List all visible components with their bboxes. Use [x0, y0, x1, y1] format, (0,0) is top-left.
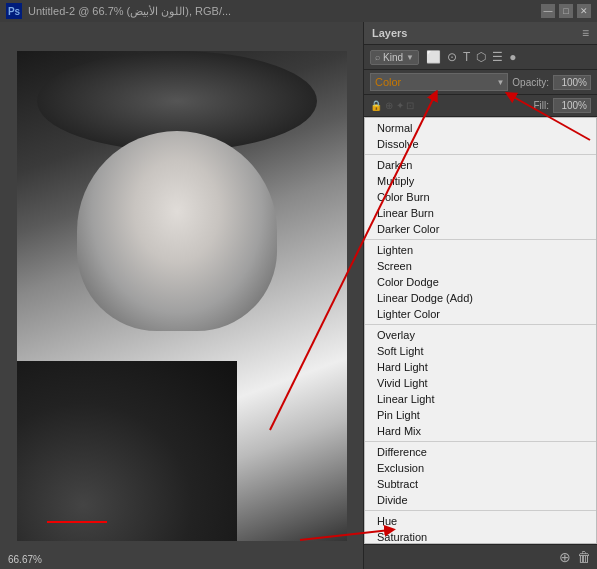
dropdown-group-darken: Darken Multiply Color Burn Linear Burn D…	[365, 155, 596, 240]
blend-opacity-row: Color ▼ Opacity:	[364, 70, 597, 95]
toolbar-icons: ⬜ ⊙ T ⬡ ☰ ●	[425, 49, 518, 65]
layers-panel: Layers ≡ ⌕ Kind ▼ ⬜ ⊙ T ⬡ ☰ ● Color	[363, 22, 597, 569]
fill-row: 🔒 ⊕ ✦ ⊡ Fill:	[364, 95, 597, 117]
dropdown-group-overlay: Overlay Soft Light Hard Light Vivid Ligh…	[365, 325, 596, 442]
add-layer-icon[interactable]: ⊕	[559, 549, 571, 565]
blend-item-lighten[interactable]: Lighten	[365, 242, 596, 258]
fill-input[interactable]	[553, 98, 591, 113]
filter-type-icon[interactable]: T	[462, 49, 471, 65]
fill-label: Fill:	[533, 100, 549, 111]
blend-item-linear-burn[interactable]: Linear Burn	[365, 205, 596, 221]
ps-icon: Ps	[6, 3, 22, 19]
portrait-face	[77, 131, 277, 331]
maximize-button[interactable]: □	[559, 4, 573, 18]
layers-title: Layers	[372, 27, 407, 39]
blend-item-soft-light[interactable]: Soft Light	[365, 343, 596, 359]
blend-item-hard-light[interactable]: Hard Light	[365, 359, 596, 375]
delete-layer-icon[interactable]: 🗑	[577, 549, 591, 565]
blend-item-darker-color[interactable]: Darker Color	[365, 221, 596, 237]
window-title: Untitled-2 @ 66.7% (اللون الأبيض), RGB/.…	[28, 5, 541, 18]
opacity-row: Opacity:	[512, 75, 591, 90]
blend-item-hard-mix[interactable]: Hard Mix	[365, 423, 596, 439]
title-bar: Ps Untitled-2 @ 66.7% (اللون الأبيض), RG…	[0, 0, 597, 22]
layers-toolbar: ⌕ Kind ▼ ⬜ ⊙ T ⬡ ☰ ●	[364, 45, 597, 70]
opacity-input[interactable]	[553, 75, 591, 90]
blend-item-lighter-color[interactable]: Lighter Color	[365, 306, 596, 322]
blend-item-vivid-light[interactable]: Vivid Light	[365, 375, 596, 391]
close-button[interactable]: ✕	[577, 4, 591, 18]
dropdown-group-normal: Normal Dissolve	[365, 118, 596, 155]
search-icon: ⌕	[375, 52, 380, 62]
filter-pixel-icon[interactable]: ⬜	[425, 49, 442, 65]
minimize-button[interactable]: —	[541, 4, 555, 18]
canvas-area: 66.67%	[0, 22, 363, 569]
blend-item-hue[interactable]: Hue	[365, 513, 596, 529]
blend-item-difference[interactable]: Difference	[365, 444, 596, 460]
blend-item-multiply[interactable]: Multiply	[365, 173, 596, 189]
blend-item-exclusion[interactable]: Exclusion	[365, 460, 596, 476]
portrait-flowers-bottom	[17, 361, 237, 541]
dropdown-group-difference: Difference Exclusion Subtract Divide	[365, 442, 596, 511]
blend-item-overlay[interactable]: Overlay	[365, 327, 596, 343]
panel-menu-icon[interactable]: ≡	[582, 26, 589, 40]
main-area: 66.67% Layers ≡ ⌕ Kind ▼ ⬜ ⊙ T ⬡ ☰ ●	[0, 22, 597, 569]
blend-item-linear-light[interactable]: Linear Light	[365, 391, 596, 407]
lock-icons: 🔒 ⊕ ✦ ⊡	[370, 100, 414, 111]
blend-item-color-burn[interactable]: Color Burn	[365, 189, 596, 205]
blend-item-saturation[interactable]: Saturation	[365, 529, 596, 544]
window-controls: — □ ✕	[541, 4, 591, 18]
blend-item-darken[interactable]: Darken	[365, 157, 596, 173]
dropdown-group-color: Hue Saturation Color Luminosity	[365, 511, 596, 544]
canvas-image	[17, 51, 347, 541]
canvas-wrapper[interactable]	[0, 22, 363, 569]
filter-shape-icon[interactable]: ⬡	[475, 49, 487, 65]
blend-item-screen[interactable]: Screen	[365, 258, 596, 274]
blend-mode-select[interactable]: Color	[370, 73, 508, 91]
blend-item-subtract[interactable]: Subtract	[365, 476, 596, 492]
kind-label: Kind	[383, 52, 403, 63]
blend-item-linear-dodge[interactable]: Linear Dodge (Add)	[365, 290, 596, 306]
blend-mode-value: Color	[375, 76, 401, 88]
blend-item-normal[interactable]: Normal	[365, 120, 596, 136]
layers-bottom-bar: ⊕ 🗑	[364, 544, 597, 569]
opacity-label: Opacity:	[512, 77, 549, 88]
blend-mode-wrapper[interactable]: Color ▼	[370, 73, 508, 91]
filter-adjust-icon[interactable]: ⊙	[446, 49, 458, 65]
blend-item-pin-light[interactable]: Pin Light	[365, 407, 596, 423]
blend-item-dissolve[interactable]: Dissolve	[365, 136, 596, 152]
dropdown-group-lighten: Lighten Screen Color Dodge Linear Dodge …	[365, 240, 596, 325]
filter-smart-icon[interactable]: ☰	[491, 49, 504, 65]
kind-arrow: ▼	[406, 53, 414, 62]
blend-item-color-dodge[interactable]: Color Dodge	[365, 274, 596, 290]
layers-header: Layers ≡	[364, 22, 597, 45]
search-box[interactable]: ⌕ Kind ▼	[370, 50, 419, 65]
zoom-label: 66.67%	[8, 554, 42, 565]
blend-item-divide[interactable]: Divide	[365, 492, 596, 508]
blend-mode-dropdown[interactable]: Normal Dissolve Darken Multiply Color Bu…	[364, 117, 597, 544]
filter-color-icon[interactable]: ●	[508, 49, 517, 65]
